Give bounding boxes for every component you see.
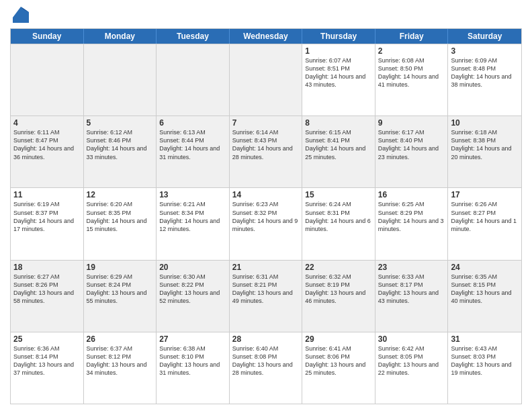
cal-row-4: 25Sunrise: 6:36 AM Sunset: 8:14 PM Dayli… [11,332,521,404]
day-number: 1 [305,46,372,56]
cell-text: Sunrise: 6:20 AM Sunset: 8:35 PM Dayligh… [87,200,154,233]
day-number: 4 [13,118,81,128]
day-number: 28 [232,334,300,344]
day-number: 30 [378,334,445,344]
cell-text: Sunrise: 6:14 AM Sunset: 8:43 PM Dayligh… [232,128,300,161]
cal-cell-15: 15Sunrise: 6:24 AM Sunset: 8:31 PM Dayli… [302,188,375,259]
cal-row-1: 4Sunrise: 6:11 AM Sunset: 8:47 PM Daylig… [11,116,521,187]
day-number: 9 [378,118,445,128]
day-number: 7 [232,118,300,128]
cal-row-3: 18Sunrise: 6:27 AM Sunset: 8:26 PM Dayli… [11,260,521,332]
day-number: 18 [13,263,81,272]
calendar: SundayMondayTuesdayWednesdayThursdayFrid… [10,28,522,404]
logo-icon [13,7,29,23]
header-day-thursday: Thursday [302,29,375,44]
cal-cell-empty-1 [84,44,157,116]
cal-cell-30: 30Sunrise: 6:42 AM Sunset: 8:05 PM Dayli… [375,332,449,404]
cal-cell-8: 8Sunrise: 6:15 AM Sunset: 8:41 PM Daylig… [302,116,375,187]
cal-cell-empty-0 [11,44,84,116]
cell-text: Sunrise: 6:08 AM Sunset: 8:50 PM Dayligh… [378,56,445,89]
header-day-saturday: Saturday [448,29,521,44]
calendar-body: 1Sunrise: 6:07 AM Sunset: 8:51 PM Daylig… [11,44,521,404]
day-number: 3 [451,46,519,56]
cell-text: Sunrise: 6:12 AM Sunset: 8:46 PM Dayligh… [87,128,154,161]
day-number: 20 [159,263,226,272]
day-number: 23 [378,263,445,272]
cell-text: Sunrise: 6:09 AM Sunset: 8:48 PM Dayligh… [451,56,519,89]
day-number: 17 [451,190,519,199]
cal-cell-27: 27Sunrise: 6:38 AM Sunset: 8:10 PM Dayli… [157,332,230,404]
day-number: 10 [451,118,519,128]
day-number: 26 [87,334,154,344]
day-number: 15 [305,190,372,199]
day-number: 19 [87,263,154,272]
calendar-header: SundayMondayTuesdayWednesdayThursdayFrid… [11,29,521,44]
svg-marker-0 [13,7,29,23]
cell-text: Sunrise: 6:35 AM Sunset: 8:15 PM Dayligh… [451,273,519,306]
day-number: 21 [232,263,300,272]
cal-cell-20: 20Sunrise: 6:30 AM Sunset: 8:22 PM Dayli… [157,261,230,332]
cell-text: Sunrise: 6:21 AM Sunset: 8:34 PM Dayligh… [159,200,226,233]
cal-cell-empty-2 [157,44,230,116]
cal-cell-7: 7Sunrise: 6:14 AM Sunset: 8:43 PM Daylig… [230,116,303,187]
logo [10,7,29,23]
day-number: 31 [451,334,519,344]
cal-cell-1: 1Sunrise: 6:07 AM Sunset: 8:51 PM Daylig… [302,44,375,116]
cell-text: Sunrise: 6:26 AM Sunset: 8:27 PM Dayligh… [451,200,519,233]
cal-cell-19: 19Sunrise: 6:29 AM Sunset: 8:24 PM Dayli… [84,261,157,332]
cell-text: Sunrise: 6:13 AM Sunset: 8:44 PM Dayligh… [159,128,226,161]
cal-cell-28: 28Sunrise: 6:40 AM Sunset: 8:08 PM Dayli… [230,332,303,404]
cal-cell-24: 24Sunrise: 6:35 AM Sunset: 8:15 PM Dayli… [448,261,521,332]
day-number: 22 [305,263,372,272]
cell-text: Sunrise: 6:29 AM Sunset: 8:24 PM Dayligh… [87,273,154,306]
cal-cell-29: 29Sunrise: 6:41 AM Sunset: 8:06 PM Dayli… [302,332,375,404]
cal-cell-18: 18Sunrise: 6:27 AM Sunset: 8:26 PM Dayli… [11,261,84,332]
cell-text: Sunrise: 6:11 AM Sunset: 8:47 PM Dayligh… [13,128,81,161]
cal-cell-14: 14Sunrise: 6:23 AM Sunset: 8:32 PM Dayli… [230,188,303,259]
day-number: 24 [451,263,519,272]
cal-cell-3: 3Sunrise: 6:09 AM Sunset: 8:48 PM Daylig… [448,44,521,116]
day-number: 14 [232,190,300,199]
cal-cell-31: 31Sunrise: 6:43 AM Sunset: 8:03 PM Dayli… [448,332,521,404]
cal-cell-22: 22Sunrise: 6:32 AM Sunset: 8:19 PM Dayli… [302,261,375,332]
cell-text: Sunrise: 6:27 AM Sunset: 8:26 PM Dayligh… [13,273,81,306]
cal-cell-9: 9Sunrise: 6:17 AM Sunset: 8:40 PM Daylig… [375,116,449,187]
header-day-tuesday: Tuesday [157,29,230,44]
cal-cell-6: 6Sunrise: 6:13 AM Sunset: 8:44 PM Daylig… [157,116,230,187]
cal-cell-21: 21Sunrise: 6:31 AM Sunset: 8:21 PM Dayli… [230,261,303,332]
cell-text: Sunrise: 6:37 AM Sunset: 8:12 PM Dayligh… [87,345,154,377]
cal-cell-26: 26Sunrise: 6:37 AM Sunset: 8:12 PM Dayli… [84,332,157,404]
cell-text: Sunrise: 6:07 AM Sunset: 8:51 PM Dayligh… [305,56,372,89]
cal-cell-empty-3 [230,44,303,116]
cell-text: Sunrise: 6:25 AM Sunset: 8:29 PM Dayligh… [378,200,445,233]
cal-cell-4: 4Sunrise: 6:11 AM Sunset: 8:47 PM Daylig… [11,116,84,187]
header-day-monday: Monday [84,29,157,44]
cal-cell-23: 23Sunrise: 6:33 AM Sunset: 8:17 PM Dayli… [375,261,449,332]
day-number: 13 [159,190,226,199]
cal-row-2: 11Sunrise: 6:19 AM Sunset: 8:37 PM Dayli… [11,187,521,259]
day-number: 16 [378,190,445,199]
cell-text: Sunrise: 6:43 AM Sunset: 8:03 PM Dayligh… [451,345,519,377]
cell-text: Sunrise: 6:32 AM Sunset: 8:19 PM Dayligh… [305,273,372,306]
cell-text: Sunrise: 6:40 AM Sunset: 8:08 PM Dayligh… [232,345,300,377]
cell-text: Sunrise: 6:19 AM Sunset: 8:37 PM Dayligh… [13,200,81,233]
day-number: 11 [13,190,81,199]
header-day-wednesday: Wednesday [230,29,303,44]
cell-text: Sunrise: 6:36 AM Sunset: 8:14 PM Dayligh… [13,345,81,377]
cal-cell-5: 5Sunrise: 6:12 AM Sunset: 8:46 PM Daylig… [84,116,157,187]
cell-text: Sunrise: 6:31 AM Sunset: 8:21 PM Dayligh… [232,273,300,306]
day-number: 2 [378,46,445,56]
header-day-sunday: Sunday [11,29,84,44]
day-number: 6 [159,118,226,128]
cell-text: Sunrise: 6:38 AM Sunset: 8:10 PM Dayligh… [159,345,226,377]
cell-text: Sunrise: 6:15 AM Sunset: 8:41 PM Dayligh… [305,128,372,161]
day-number: 27 [159,334,226,344]
page: SundayMondayTuesdayWednesdayThursdayFrid… [0,0,532,411]
header [10,7,522,23]
cell-text: Sunrise: 6:17 AM Sunset: 8:40 PM Dayligh… [378,128,445,161]
cal-cell-2: 2Sunrise: 6:08 AM Sunset: 8:50 PM Daylig… [375,44,449,116]
header-day-friday: Friday [375,29,449,44]
cal-cell-16: 16Sunrise: 6:25 AM Sunset: 8:29 PM Dayli… [375,188,449,259]
cal-cell-11: 11Sunrise: 6:19 AM Sunset: 8:37 PM Dayli… [11,188,84,259]
cal-cell-17: 17Sunrise: 6:26 AM Sunset: 8:27 PM Dayli… [448,188,521,259]
